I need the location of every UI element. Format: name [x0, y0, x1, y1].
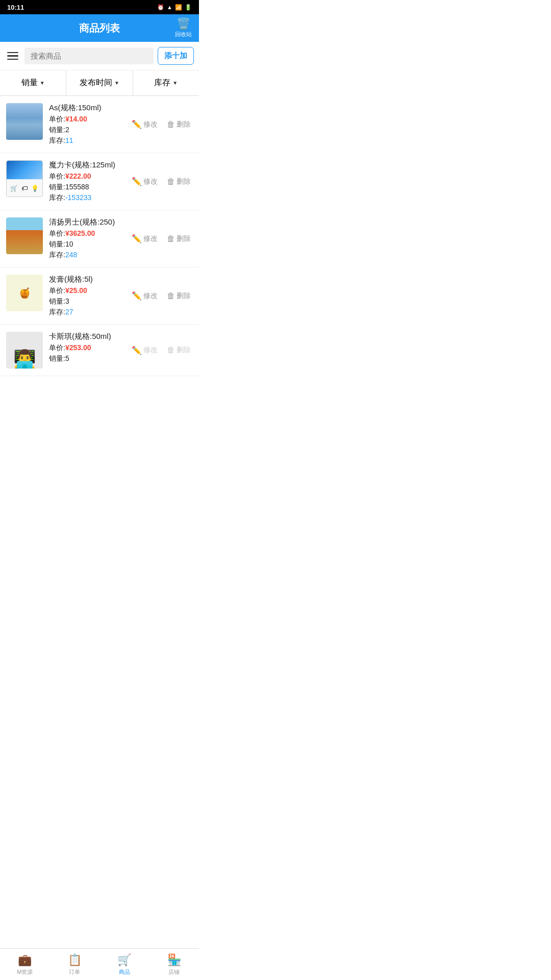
status-bar: 10:11 ⏰ ▲ 📶 🔋	[0, 0, 199, 14]
add-product-button[interactable]: 添十加	[158, 47, 194, 65]
edit-label: 修改	[143, 120, 158, 129]
table-row: 清扬男士(规格:250) 单价:¥3625.00 销量:10 库存:248 ✏️…	[0, 210, 199, 267]
nav-item-resources[interactable]: 💼 M资源	[0, 950, 50, 979]
product-thumbnail: 🍯	[6, 275, 43, 311]
product-info: 清扬男士(规格:250) 单价:¥3625.00 销量:10 库存:248	[49, 217, 123, 260]
sales-value: 5	[65, 354, 69, 362]
hamburger-line	[7, 55, 18, 57]
store-icon: 🏪	[167, 953, 181, 967]
stock-value: -153233	[65, 193, 91, 202]
sort-time[interactable]: 发布时间 ▼	[66, 70, 133, 95]
delete-button[interactable]: 🗑 删除	[165, 118, 193, 131]
cart-icon: 🛒	[117, 953, 131, 967]
stock-label: 库存:	[49, 251, 65, 259]
edit-label: 修改	[143, 346, 158, 355]
edit-icon: ✏️	[132, 291, 142, 301]
price-label: 单价:	[49, 344, 65, 352]
product-sales: 销量:155588	[49, 183, 123, 192]
sales-value: 10	[65, 240, 73, 248]
stock-value: 248	[65, 251, 77, 259]
nav-item-store[interactable]: 🏪 店铺	[149, 950, 199, 979]
product-thumbnail: 🛒 🏷 💡	[6, 160, 43, 197]
product-name: 魔力卡(规格:125ml)	[49, 160, 123, 170]
product-price: 单价:¥222.00	[49, 172, 123, 181]
stock-value: 27	[65, 308, 73, 316]
stock-label: 库存:	[49, 308, 65, 316]
sales-label: 销量:	[49, 126, 65, 134]
edit-button[interactable]: ✏️ 修改	[130, 289, 160, 303]
edit-button[interactable]: ✏️ 修改	[130, 232, 160, 246]
price-value: ¥25.00	[65, 286, 87, 295]
edit-label: 修改	[143, 291, 158, 301]
product-actions: ✏️ 修改 🗑 删除	[130, 344, 193, 357]
nav-resources-label: M资源	[17, 968, 33, 976]
page-title: 商品列表	[79, 21, 120, 35]
edit-icon: ✏️	[132, 119, 142, 129]
stock-label: 库存:	[49, 136, 65, 144]
edit-icon: ✏️	[132, 177, 142, 186]
signal-icon: 📶	[175, 4, 182, 11]
product-actions: ✏️ 修改 🗑 删除	[130, 232, 193, 246]
product-sales: 销量:2	[49, 126, 123, 135]
stock-value: 11	[65, 136, 73, 144]
product-info: As(规格:150ml) 单价:¥14.00 销量:2 库存:11	[49, 103, 123, 145]
product-name: 卡斯琪(规格:50ml)	[49, 332, 123, 341]
delete-label: 删除	[177, 346, 191, 355]
recycle-label: 回收站	[175, 31, 192, 38]
product-stock: 库存:-153233	[49, 193, 123, 203]
price-value: ¥222.00	[65, 172, 91, 180]
delete-button[interactable]: 🗑 删除	[165, 344, 193, 357]
nav-item-orders[interactable]: 📋 订单	[50, 950, 100, 979]
battery-icon: 🔋	[185, 4, 192, 11]
status-time: 10:11	[7, 4, 24, 11]
product-thumbnail	[6, 103, 43, 140]
edit-label: 修改	[143, 177, 158, 186]
price-label: 单价:	[49, 115, 65, 123]
sales-label: 销量:	[49, 240, 65, 248]
product-price: 单价:¥14.00	[49, 115, 123, 124]
product-thumb-emoji: 🍯	[18, 287, 31, 299]
delete-icon: 🗑	[167, 120, 175, 129]
price-label: 单价:	[49, 286, 65, 295]
recycle-btn[interactable]: 🗑️ 回收站	[175, 18, 192, 38]
person-icon: 👨‍💻	[13, 350, 36, 369]
edit-button[interactable]: ✏️ 修改	[130, 117, 160, 131]
edit-button[interactable]: ✏️ 修改	[130, 344, 160, 357]
wifi-icon: ▲	[167, 4, 172, 10]
alarm-icon: ⏰	[157, 4, 164, 11]
price-value: ¥14.00	[65, 115, 87, 123]
product-stock: 库存:248	[49, 251, 123, 260]
sort-time-arrow: ▼	[114, 80, 119, 86]
product-actions: ✏️ 修改 🗑 删除	[130, 289, 193, 303]
product-sales: 销量:10	[49, 240, 123, 249]
product-name: 发膏(规格:5l)	[49, 275, 123, 284]
sort-stock[interactable]: 库存 ▼	[133, 70, 199, 95]
product-name: 清扬男士(规格:250)	[49, 217, 123, 227]
product-price: 单价:¥253.00	[49, 344, 123, 353]
search-input[interactable]	[24, 47, 154, 64]
delete-button[interactable]: 🗑 删除	[165, 232, 193, 246]
product-stock: 库存:27	[49, 308, 123, 317]
sort-sales[interactable]: 销量 ▼	[0, 70, 66, 95]
product-stock: 库存:11	[49, 136, 123, 145]
sort-header: 销量 ▼ 发布时间 ▼ 库存 ▼	[0, 70, 199, 96]
nav-item-products[interactable]: 🛒 商品	[99, 950, 149, 979]
table-row: As(规格:150ml) 单价:¥14.00 销量:2 库存:11 ✏️ 修改 …	[0, 96, 199, 153]
page-header: 商品列表 🗑️ 回收站	[0, 14, 199, 42]
sales-label: 销量:	[49, 183, 65, 191]
product-info: 魔力卡(规格:125ml) 单价:¥222.00 销量:155588 库存:-1…	[49, 160, 123, 203]
hamburger-menu[interactable]	[5, 50, 20, 62]
delete-button[interactable]: 🗑 删除	[165, 289, 193, 303]
delete-icon: 🗑	[167, 346, 175, 355]
delete-button[interactable]: 🗑 删除	[165, 175, 193, 188]
status-icons: ⏰ ▲ 📶 🔋	[157, 4, 192, 11]
edit-label: 修改	[143, 234, 158, 243]
price-label: 单价:	[49, 229, 65, 237]
hamburger-line	[7, 52, 18, 54]
sort-sales-label: 销量	[21, 78, 38, 88]
product-thumbnail: 👨‍💻	[6, 332, 43, 369]
price-value: ¥253.00	[65, 344, 91, 352]
sort-stock-arrow: ▼	[172, 80, 178, 86]
product-price: 单价:¥25.00	[49, 286, 123, 296]
edit-button[interactable]: ✏️ 修改	[130, 175, 160, 188]
